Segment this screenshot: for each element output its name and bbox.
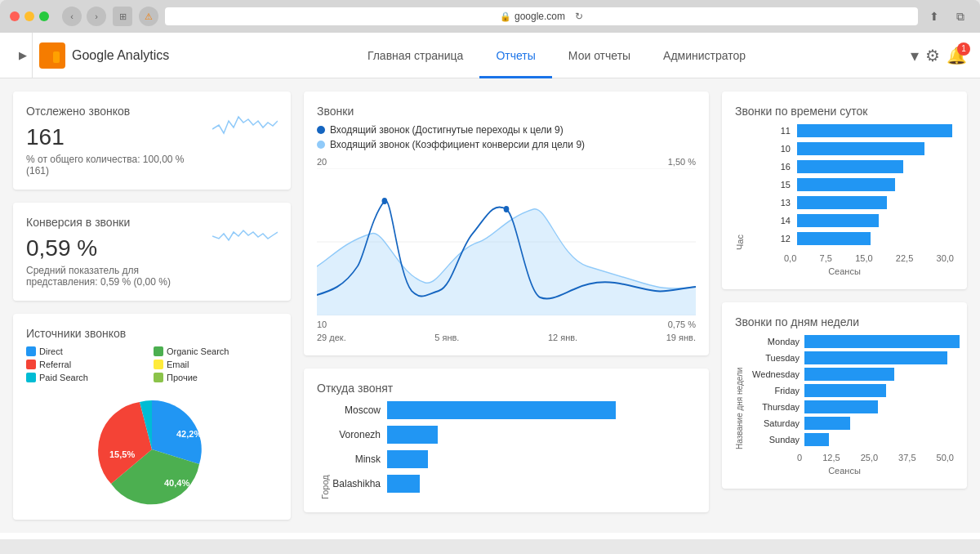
browser-nav: ‹ ›	[62, 7, 106, 26]
minimize-button[interactable]	[24, 11, 34, 21]
tracked-calls-title: Отслежено звонков	[26, 105, 212, 118]
x-axis-labels: 29 дек. 5 янв. 12 янв. 19 янв.	[317, 333, 696, 342]
day-saturday: Saturday	[747, 417, 960, 430]
layout-button[interactable]: ⊞	[113, 7, 132, 26]
tracked-calls-card: Отслежено звонков 161 % от общего количе…	[13, 92, 291, 190]
city-balashikha: Balashikha	[330, 475, 696, 493]
other-dot	[154, 373, 163, 382]
svg-text:15,5%: 15,5%	[109, 449, 135, 459]
close-button[interactable]	[10, 11, 20, 21]
nav-reports[interactable]: Отчеты	[479, 33, 551, 78]
referral-dot	[26, 360, 36, 369]
settings-icon[interactable]: ⚙	[925, 46, 940, 65]
svg-text:40,4%: 40,4%	[164, 478, 189, 488]
email-dot	[154, 360, 163, 369]
address-bar[interactable]: 🔒 google.com ↻	[165, 7, 918, 25]
tracked-calls-value: 161	[26, 124, 212, 150]
logo-text: Google Analytics	[72, 48, 169, 63]
line-chart-svg	[317, 168, 696, 315]
bar-15	[797, 178, 895, 191]
dropdown-icon[interactable]: ▾	[911, 46, 919, 65]
day-thursday: Thursday	[747, 400, 960, 413]
day-chart-wrapper: Название дня недели Monday Tuesday Wedne…	[735, 335, 954, 449]
maximize-button[interactable]	[39, 11, 49, 21]
middle-column: Звонки Входящий звонок (Достигнутые пере…	[304, 92, 709, 520]
bar-wednesday	[804, 368, 894, 381]
app-header: ▶ Google Analytics Главная страница Отче…	[0, 33, 980, 78]
browser-chrome: ‹ › ⊞ ⚠ 🔒 google.com ↻ ⬆ ⧉	[0, 0, 980, 33]
day-axis-label: Сеансы	[735, 466, 954, 476]
hour-x-4: 30,0	[937, 253, 954, 263]
voronezh-bar	[387, 426, 438, 444]
calls-hour-title: Звонки по времени суток	[735, 105, 954, 118]
bar-sunday	[804, 433, 829, 446]
sources-card: Источники звонков Direct Organic Search …	[13, 314, 291, 520]
email-label: Email	[167, 360, 189, 369]
day-sunday: Sunday	[747, 433, 960, 446]
tracked-calls-chart	[212, 105, 278, 140]
bar-10	[797, 142, 924, 155]
share-icon[interactable]: ⬆	[924, 7, 944, 26]
browser-buttons	[10, 11, 49, 21]
back-button[interactable]: ‹	[62, 7, 82, 26]
lock-icon: 🔒	[500, 11, 511, 22]
day-x-1: 12,5	[822, 453, 840, 462]
city-voronezh: Voronezh	[330, 426, 696, 444]
hour-12: 12	[748, 232, 954, 245]
nav-home[interactable]: Главная страница	[351, 33, 480, 78]
conversion-sub: Средний показатель дляпредставления: 0,5…	[26, 265, 212, 288]
hour-x-1: 7,5	[820, 253, 832, 263]
svg-text:42,2%: 42,2%	[176, 429, 202, 439]
bar-11	[797, 124, 952, 137]
fullscreen-icon[interactable]: ⧉	[951, 7, 970, 26]
notification-icon[interactable]: 🔔 1	[947, 46, 967, 65]
hour-bars: 11 10 16 15	[748, 124, 954, 250]
bar-monday	[804, 335, 960, 348]
calls-by-day-card: Звонки по дням недели Название дня недел…	[722, 302, 967, 489]
hour-16: 16	[748, 160, 954, 173]
url-text: google.com	[514, 11, 565, 22]
legend-organic: Organic Search	[154, 346, 278, 356]
day-monday: Monday	[747, 335, 960, 348]
chart-legend: Входящий звонок (Достигнутые переходы к …	[317, 124, 696, 150]
forward-button[interactable]: ›	[87, 7, 106, 26]
hour-14: 14	[748, 214, 954, 227]
header-actions: ▾ ⚙ 🔔 1	[911, 46, 967, 65]
legend-line-2: Входящий звонок (Коэффициент конверсии д…	[317, 139, 696, 150]
conversion-chart	[212, 216, 278, 251]
day-x-4: 50,0	[937, 453, 954, 462]
bar-saturday	[804, 417, 850, 430]
logo-icon	[39, 42, 65, 69]
organic-label: Organic Search	[167, 346, 229, 356]
notification-badge: 1	[957, 42, 970, 56]
right-column: Звонки по времени суток Час 11 10	[722, 92, 967, 520]
svg-point-8	[382, 198, 388, 204]
refresh-icon[interactable]: ↻	[575, 11, 583, 22]
svg-point-9	[504, 206, 510, 212]
bar-13	[797, 196, 887, 209]
day-x-0: 0	[797, 453, 802, 462]
paid-dot	[26, 373, 36, 382]
day-x-axis: 0 12,5 25,0 37,5 50,0	[735, 453, 954, 462]
svg-rect-1	[53, 51, 60, 63]
legend-line-1: Входящий звонок (Достигнутые переходы к …	[317, 124, 696, 136]
nav-admin[interactable]: Администратор	[647, 33, 762, 78]
hour-axis-label: Сеансы	[735, 266, 954, 276]
other-label: Прочие	[167, 373, 198, 382]
hour-chart-wrapper: Час 11 10 16	[735, 124, 954, 250]
date-2: 5 янв.	[434, 333, 459, 342]
hour-11: 11	[748, 124, 954, 137]
city-bars: Moscow Voronezh Minsk Balashikha	[330, 401, 696, 499]
bar-16	[797, 160, 903, 173]
sidebar-toggle[interactable]: ▶	[13, 33, 33, 78]
svg-rect-0	[45, 48, 51, 58]
nav-my-reports[interactable]: Мои отчеты	[552, 33, 647, 78]
y-axis-top: 20 1,50 %	[317, 157, 696, 167]
day-x-2: 25,0	[861, 453, 878, 462]
calls-day-title: Звонки по дням недели	[735, 315, 954, 328]
browser-titlebar: ‹ › ⊞ ⚠ 🔒 google.com ↻ ⬆ ⧉	[0, 0, 980, 33]
sources-title: Источники звонков	[26, 327, 278, 340]
day-x-3: 37,5	[898, 453, 915, 462]
day-wednesday: Wednesday	[747, 368, 960, 381]
conversion-value: 0,59 %	[26, 235, 212, 261]
